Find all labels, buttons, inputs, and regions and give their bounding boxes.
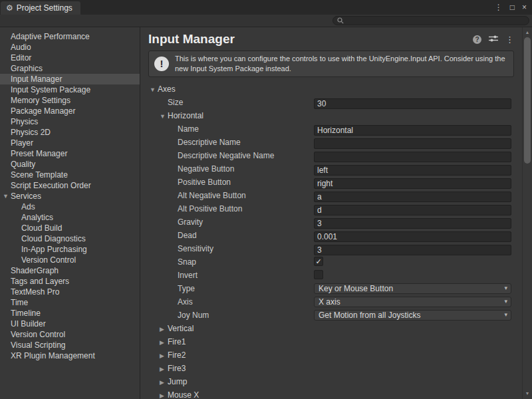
close-icon[interactable]: ×	[522, 3, 527, 12]
foldout-arrow-icon: ▶	[160, 376, 168, 389]
dropdown-value: Key or Mouse Button	[319, 284, 504, 293]
sidebar-item-input-manager[interactable]: Input Manager	[0, 74, 140, 84]
info-box: ! This is where you can configure the co…	[148, 51, 514, 77]
scroll-up-icon[interactable]: ▲	[523, 29, 532, 37]
foldout-arrow-icon[interactable]: ▼	[3, 191, 9, 201]
window-controls: ⋮ □ ×	[495, 0, 527, 15]
sidebar-item-visual-scripting[interactable]: Visual Scripting	[0, 340, 140, 350]
field-wrap	[314, 177, 511, 188]
property-label: Type	[178, 284, 195, 293]
sidebar-item-timeline[interactable]: Timeline	[0, 308, 140, 319]
field-dead[interactable]	[314, 231, 511, 242]
dropdown-axis[interactable]: X axis▾	[314, 297, 511, 307]
sidebar-item-editor[interactable]: Editor	[0, 53, 140, 63]
foldout-label: Jump	[168, 377, 187, 386]
sidebar-item-xr-plugin-management[interactable]: XR Plugin Management	[0, 350, 140, 361]
info-text: This is where you can configure the cont…	[175, 54, 508, 74]
field-negative-button[interactable]	[314, 165, 511, 176]
field-name[interactable]	[314, 125, 511, 136]
sidebar-item-cloud-build[interactable]: Cloud Build	[0, 223, 140, 233]
sidebar-item-player[interactable]: Player	[0, 138, 140, 148]
sidebar-item-label: Input System Package	[11, 85, 90, 94]
row-name: Name	[140, 122, 522, 136]
foldout-vertical[interactable]: ▶Vertical	[140, 322, 522, 335]
sidebar-item-scene-template[interactable]: Scene Template	[0, 170, 140, 180]
row-dead: Dead	[140, 229, 522, 242]
sidebar-item-in-app-purchasing[interactable]: In-App Purchasing	[0, 244, 140, 255]
tab-project-settings[interactable]: ⚙ Project Settings	[1, 1, 80, 15]
checkbox-snap[interactable]: ✓	[314, 257, 323, 266]
checkbox-invert[interactable]	[314, 270, 323, 279]
foldout-arrow-icon: ▶	[160, 336, 168, 349]
foldout-mouse-x[interactable]: ▶Mouse X	[140, 388, 522, 399]
dropdown-value: X axis	[319, 297, 504, 307]
dropdown-joy-num[interactable]: Get Motion from all Joysticks▾	[314, 310, 511, 321]
vertical-scrollbar[interactable]: ▲ ▼	[522, 27, 532, 399]
preset-icon[interactable]	[489, 35, 498, 45]
sidebar-item-time[interactable]: Time	[0, 297, 140, 308]
field-wrap	[314, 124, 511, 134]
field-alt-positive-button[interactable]	[314, 205, 511, 215]
sidebar-item-version-control[interactable]: Version Control	[0, 255, 140, 265]
gear-icon: ⚙	[6, 4, 13, 12]
sidebar-item-graphics[interactable]: Graphics	[0, 63, 140, 74]
foldout-axes[interactable]: ▼Axes	[140, 82, 522, 96]
foldout-fire2[interactable]: ▶Fire2	[140, 348, 522, 362]
property-label: Positive Button	[178, 178, 231, 187]
foldout-arrow-icon: ▶	[160, 323, 168, 336]
scrollbar-thumb[interactable]	[524, 37, 531, 164]
property-label: Snap	[178, 257, 196, 267]
sidebar-item-script-execution-order[interactable]: Script Execution Order	[0, 180, 140, 191]
foldout-horizontal[interactable]: ▼Horizontal	[140, 109, 522, 122]
sidebar-item-analytics[interactable]: Analytics	[0, 212, 140, 223]
window-menu-icon[interactable]: ⋮	[495, 3, 503, 12]
dropdown-type[interactable]: Key or Mouse Button▾	[314, 283, 511, 294]
sidebar-item-label: UI Builder	[11, 319, 46, 329]
sidebar-item-physics[interactable]: Physics	[0, 116, 140, 127]
sidebar-item-quality[interactable]: Quality	[0, 159, 140, 170]
preset-sliders-icon	[489, 35, 498, 43]
field-gravity[interactable]	[314, 218, 511, 229]
tab-bar: ⚙ Project Settings ⋮ □ ×	[0, 0, 532, 15]
property-label: Axis	[178, 297, 193, 307]
maximize-icon[interactable]: □	[510, 3, 515, 12]
foldout-jump[interactable]: ▶Jump	[140, 375, 522, 388]
sidebar-item-tags-and-layers[interactable]: Tags and Layers	[0, 276, 140, 287]
dropdown-arrow-icon: ▾	[504, 312, 507, 318]
sidebar-item-cloud-diagnostics[interactable]: Cloud Diagnostics	[0, 233, 140, 244]
field-size[interactable]	[314, 98, 511, 109]
field-descriptive-name[interactable]	[314, 138, 511, 149]
sidebar-item-services[interactable]: ▼Services	[0, 191, 140, 201]
field-alt-negative-button[interactable]	[314, 192, 511, 202]
search-input[interactable]	[346, 17, 525, 25]
sidebar-item-input-system-package[interactable]: Input System Package	[0, 84, 140, 95]
sidebar-item-label: Scene Template	[11, 170, 68, 180]
foldout-fire1[interactable]: ▶Fire1	[140, 335, 522, 348]
more-icon[interactable]: ⋮	[505, 35, 514, 44]
field-positive-button[interactable]	[314, 178, 511, 189]
sidebar-item-label: ShaderGraph	[11, 266, 59, 275]
sidebar-item-label: Graphics	[11, 64, 43, 73]
sidebar-item-version-control[interactable]: Version Control	[0, 329, 140, 340]
help-icon[interactable]: ?	[473, 35, 481, 44]
sidebar-item-ads[interactable]: Ads	[0, 201, 140, 212]
sidebar-item-preset-manager[interactable]: Preset Manager	[0, 148, 140, 159]
search-box[interactable]	[332, 16, 529, 25]
sidebar-item-memory-settings[interactable]: Memory Settings	[0, 95, 140, 106]
sidebar-item-ui-builder[interactable]: UI Builder	[0, 319, 140, 329]
row-type: TypeKey or Mouse Button▾	[140, 282, 522, 295]
sidebar-item-label: Physics	[11, 117, 38, 126]
scroll-down-icon[interactable]: ▼	[523, 390, 532, 398]
sidebar-item-adaptive-performance[interactable]: Adaptive Performance	[0, 31, 140, 42]
sidebar-item-textmesh-pro[interactable]: TextMesh Pro	[0, 287, 140, 297]
row-gravity: Gravity	[140, 215, 522, 229]
property-label: Descriptive Name	[178, 138, 241, 147]
foldout-fire3[interactable]: ▶Fire3	[140, 362, 522, 375]
field-sensitivity[interactable]	[314, 245, 511, 255]
field-descriptive-negative-name[interactable]	[314, 152, 511, 162]
sidebar-item-shadergraph[interactable]: ShaderGraph	[0, 265, 140, 276]
sidebar-item-package-manager[interactable]: Package Manager	[0, 106, 140, 116]
field-wrap	[314, 217, 511, 227]
sidebar-item-audio[interactable]: Audio	[0, 42, 140, 53]
sidebar-item-physics-2d[interactable]: Physics 2D	[0, 127, 140, 138]
